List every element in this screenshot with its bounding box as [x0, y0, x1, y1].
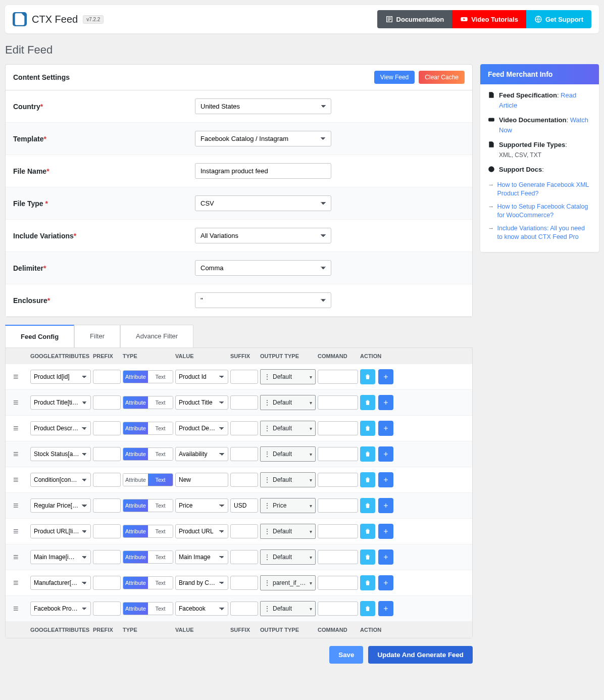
add-row-button[interactable] [378, 472, 393, 487]
type-attribute-button[interactable]: Attribute [123, 371, 148, 383]
output-type-select[interactable]: ⋮parent_if_e... [260, 575, 316, 590]
prefix-input[interactable] [93, 370, 121, 384]
google-attribute-select[interactable]: Product Description [30, 421, 91, 435]
type-text-button[interactable]: Text [148, 371, 173, 383]
save-button[interactable]: Save [329, 646, 363, 664]
output-type-select[interactable]: ⋮Default [260, 549, 316, 565]
add-row-button[interactable] [378, 395, 393, 410]
add-row-button[interactable] [378, 549, 393, 565]
prefix-input[interactable] [93, 395, 121, 410]
suffix-input[interactable] [230, 473, 258, 487]
output-type-select[interactable]: ⋮Price [260, 498, 316, 513]
google-attribute-select[interactable]: Product URL[link] [30, 524, 91, 538]
type-attribute-button[interactable]: Attribute [123, 396, 148, 409]
type-text-button[interactable]: Text [148, 396, 173, 409]
type-attribute-button[interactable]: Attribute [123, 448, 148, 460]
type-text-button[interactable]: Text [148, 603, 173, 615]
command-input[interactable] [318, 421, 358, 435]
support-doc-link[interactable]: How to Generate Facebook XML Product Fee… [497, 181, 592, 198]
suffix-input[interactable] [230, 370, 258, 384]
delete-row-button[interactable] [360, 575, 375, 590]
country-select[interactable]: United States [195, 98, 331, 114]
add-row-button[interactable] [378, 524, 393, 539]
type-text-button[interactable]: Text [148, 577, 173, 589]
suffix-input[interactable] [230, 576, 258, 590]
output-type-select[interactable]: ⋮Default [260, 601, 316, 616]
delete-row-button[interactable] [360, 369, 375, 384]
delimiter-select[interactable]: Comma [195, 260, 331, 276]
value-select[interactable]: Availability [175, 447, 228, 461]
output-type-select[interactable]: ⋮Default [260, 446, 316, 462]
add-row-button[interactable] [378, 369, 393, 384]
delete-row-button[interactable] [360, 601, 375, 616]
output-type-select[interactable]: ⋮Default [260, 421, 316, 436]
type-attribute-button[interactable]: Attribute [123, 525, 148, 537]
delete-row-button[interactable] [360, 446, 375, 462]
update-generate-button[interactable]: Update And Generate Feed [368, 646, 473, 664]
support-doc-link[interactable]: How to Setup Facebook Catalog for WooCom… [497, 203, 592, 220]
output-type-select[interactable]: ⋮Default [260, 524, 316, 539]
google-attribute-select[interactable]: Manufacturer[brand] [30, 576, 91, 590]
drag-handle-icon[interactable]: ≡ [13, 372, 28, 381]
variations-select[interactable]: All Variations [195, 228, 331, 243]
type-text-button[interactable]: Text [148, 474, 173, 486]
value-select[interactable]: Brand by CTX Feed [175, 576, 228, 590]
google-attribute-select[interactable]: Condition[condition] [30, 473, 91, 487]
add-row-button[interactable] [378, 575, 393, 590]
google-attribute-select[interactable]: Product Id[id] [30, 370, 91, 384]
drag-handle-icon[interactable]: ≡ [13, 527, 28, 536]
type-text-button[interactable]: Text [148, 551, 173, 563]
type-text-button[interactable]: Text [148, 525, 173, 537]
command-input[interactable] [318, 473, 358, 487]
prefix-input[interactable] [93, 602, 121, 616]
get-support-button[interactable]: Get Support [526, 10, 591, 28]
prefix-input[interactable] [93, 473, 121, 487]
delete-row-button[interactable] [360, 549, 375, 565]
drag-handle-icon[interactable]: ≡ [13, 501, 28, 510]
drag-handle-icon[interactable]: ≡ [13, 424, 28, 433]
enclosure-select[interactable]: " [195, 292, 331, 308]
suffix-input[interactable] [230, 421, 258, 435]
add-row-button[interactable] [378, 421, 393, 436]
output-type-select[interactable]: ⋮Default [260, 472, 316, 487]
google-attribute-select[interactable]: Facebook Product Category [30, 602, 91, 616]
google-attribute-select[interactable]: Regular Price[price] [30, 498, 91, 513]
command-input[interactable] [318, 395, 358, 410]
value-select[interactable]: Product URL [175, 524, 228, 538]
type-attribute-button[interactable]: Attribute [123, 499, 148, 512]
view-feed-button[interactable]: View Feed [374, 71, 415, 84]
filetype-select[interactable]: CSV [195, 195, 331, 211]
prefix-input[interactable] [93, 524, 121, 538]
documentation-button[interactable]: Documentation [377, 10, 452, 28]
prefix-input[interactable] [93, 447, 121, 461]
delete-row-button[interactable] [360, 524, 375, 539]
command-input[interactable] [318, 550, 358, 564]
command-input[interactable] [318, 576, 358, 590]
value-select[interactable]: Price [175, 498, 228, 513]
value-input[interactable] [175, 473, 228, 487]
google-attribute-select[interactable]: Main Image[image_link] [30, 550, 91, 564]
delete-row-button[interactable] [360, 498, 375, 513]
delete-row-button[interactable] [360, 395, 375, 410]
value-select[interactable]: Facebook [175, 602, 228, 616]
type-attribute-button[interactable]: Attribute [123, 551, 148, 563]
add-row-button[interactable] [378, 601, 393, 616]
type-text-button[interactable]: Text [148, 422, 173, 434]
command-input[interactable] [318, 498, 358, 513]
template-select[interactable]: Facebook Catalog / Instagram [195, 131, 331, 146]
prefix-input[interactable] [93, 498, 121, 513]
type-attribute-button[interactable]: Attribute [123, 474, 148, 486]
delete-row-button[interactable] [360, 421, 375, 436]
type-text-button[interactable]: Text [148, 448, 173, 460]
prefix-input[interactable] [93, 576, 121, 590]
type-attribute-button[interactable]: Attribute [123, 422, 148, 434]
command-input[interactable] [318, 370, 358, 384]
tab-filter[interactable]: Filter [74, 325, 120, 347]
drag-handle-icon[interactable]: ≡ [13, 475, 28, 484]
clear-cache-button[interactable]: Clear Cache [419, 71, 465, 84]
drag-handle-icon[interactable]: ≡ [13, 553, 28, 562]
output-type-select[interactable]: ⋮Default [260, 395, 316, 410]
tab-feed-config[interactable]: Feed Config [5, 325, 74, 347]
drag-handle-icon[interactable]: ≡ [13, 449, 28, 459]
value-select[interactable]: Main Image [175, 550, 228, 564]
